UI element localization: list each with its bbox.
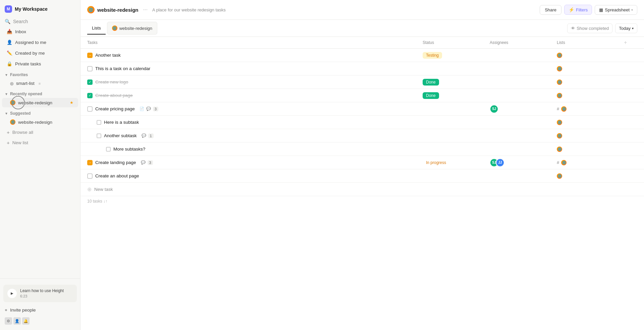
list-globe-icon: 🌐 [557,173,562,179]
table-row: Here is a subtask 🌐 [80,116,644,129]
task-name[interactable]: Create an about page [95,173,139,178]
eye-icon: 👁 [571,26,575,31]
task-table: Tasks Status Assignees Lists + → Another… [80,37,644,330]
list-globe-icon: 🌐 [557,133,562,139]
task-name-cell: → Create landing page 💬 3 [87,157,423,168]
tab-globe-icon: 🌐 [112,25,117,31]
notifications-icon[interactable]: 🔔 [22,317,30,325]
add-column-button[interactable]: + [624,40,637,46]
task-checkbox[interactable] [87,106,93,112]
col-assignees: Assignees [490,40,557,45]
task-icons: 📄 💬 3 [140,107,158,111]
sidebar-item-website-redesign-recent[interactable]: 🌐 website-redesign ★ [2,98,78,107]
task-name[interactable]: Create new logo [95,79,128,85]
tab-bar: Lists 🌐 website-redesign 👁 Show complete… [80,20,644,37]
play-button[interactable]: ▶ [7,289,17,298]
list-globe-icon: 🌐 [557,53,562,58]
settings-icon[interactable]: ⚙ [5,317,12,325]
sidebar-item-created[interactable]: ✏️ Created by me [2,48,78,58]
chevron-down-icon: ▼ [5,73,8,77]
task-name-cell: Another subtask 💬 1 [87,130,423,141]
suggested-section[interactable]: ▼ Suggested [0,108,80,117]
today-button[interactable]: Today ▾ [615,23,637,33]
more-options-button[interactable]: ··· [142,7,149,13]
task-name-cell: ✓ Create about page [87,90,423,101]
status-badge: In progress [423,159,449,166]
lists-cell: # 🌐 [557,160,624,165]
task-checkbox[interactable] [87,173,93,179]
favorites-section[interactable]: ▼ Favorites [0,69,80,78]
sidebar-item-private[interactable]: 🔒 Private tasks [2,59,78,69]
sidebar-item-smart-list[interactable]: ◎ smart-list ≡ [2,79,78,88]
invite-button[interactable]: + Invite people [0,305,80,315]
chevron-down-icon-2: ▼ [5,92,8,96]
task-name[interactable]: Another subtask [104,133,137,138]
task-name-cell: Create pricing page 📄 💬 3 [87,104,423,114]
avatar: SJ [490,105,498,113]
lists-cell: 🌐 [557,173,624,179]
chevron-down-icon-3: ▼ [5,112,8,115]
table-row: Create pricing page 📄 💬 3 SJ # 🌐 [80,102,644,116]
list-globe-icon: 🌐 [557,147,562,152]
task-checkbox[interactable] [106,147,111,152]
search-label: Search [13,19,28,24]
project-globe-icon: 🌐 [87,6,95,13]
project-description: A place for our website redesign tasks [152,7,226,12]
header-actions: Share ⚡ Filters ▦ Spreadsheet ▾ [540,5,637,15]
task-checkbox[interactable]: → [87,160,93,165]
lists-cell: 🌐 [557,66,624,71]
comment-count: 3 [153,107,158,111]
doc-icon: 📄 [140,107,144,111]
chevron-down-icon-spreadsheet: ▾ [631,8,633,12]
new-task-button[interactable]: ⊕ New task [80,183,644,196]
tutorial-card[interactable]: ▶ Learn how to use Height 6:23 [3,285,77,302]
task-checkbox[interactable] [97,133,101,138]
filters-icon: ⚡ [569,7,574,12]
list-globe-icon: 🌐 [557,79,562,85]
lists-cell: 🌐 [557,133,624,139]
workspace-header[interactable]: M My Workspace [0,0,80,17]
lock-icon: 🔒 [7,61,12,66]
table-row: Another subtask 💬 1 🌐 [80,129,644,143]
tutorial-title: Learn how to use Height [20,288,64,294]
spreadsheet-button[interactable]: ▦ Spreadsheet ▾ [595,5,637,15]
task-checkbox[interactable]: → [87,53,93,58]
task-name[interactable]: Create landing page [95,160,136,165]
browse-all-button[interactable]: + Browse all [2,127,78,137]
list-globe-icon: 🌐 [557,120,562,125]
task-checkbox[interactable]: ✓ [87,93,93,98]
sidebar-item-inbox[interactable]: 📥 Inbox [2,26,78,37]
tab-project[interactable]: 🌐 website-redesign [107,22,157,35]
task-checkbox[interactable] [87,66,93,71]
globe-icon: 🌐 [10,100,15,105]
task-name[interactable]: Another task [95,53,121,58]
assignee-cell: SJ [490,105,557,113]
tab-lists[interactable]: Lists [87,22,106,35]
task-name[interactable]: More subtasks? [113,147,145,152]
recently-opened-section[interactable]: ▼ Recently opened [0,88,80,98]
task-name-cell: ✓ Create new logo [87,77,423,88]
user-icon: 👤 [7,40,12,45]
filters-button[interactable]: ⚡ Filters [564,5,592,15]
globe-icon-2: 🌐 [10,119,15,125]
task-status: Done [423,92,490,99]
task-checkbox[interactable] [97,120,101,125]
search-button[interactable]: 🔍 Search [0,17,80,26]
sidebar-item-assigned[interactable]: 👤 Assigned to me [2,37,78,47]
task-checkbox[interactable]: ✓ [87,79,93,85]
task-name[interactable]: Create about page [95,93,133,98]
table-row: ✓ Create new logo Done 🌐 [80,75,644,89]
task-name[interactable]: This is a task on a calendar [95,66,150,71]
avatar-jj: JJ [496,158,504,167]
comment-count: 3 [148,160,153,165]
show-completed-button[interactable]: 👁 Show completed [567,23,612,33]
sidebar-item-website-redesign-suggested[interactable]: 🌐 website-redesign [2,117,78,127]
task-name[interactable]: Create pricing page [95,106,135,111]
lists-cell: 🌐 [557,79,624,85]
tutorial-time: 6:23 [20,294,64,299]
task-name[interactable]: Here is a subtask [104,120,139,125]
new-list-button[interactable]: + New list [2,138,78,148]
share-button[interactable]: Share [540,5,561,15]
lists-cell: 🌐 [557,147,624,152]
profile-icon[interactable]: 👤 [13,317,21,325]
